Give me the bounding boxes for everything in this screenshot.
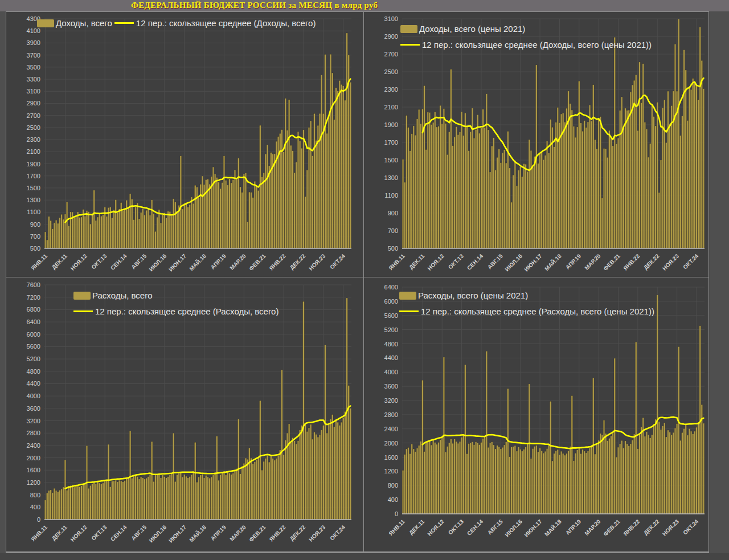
bar: [339, 426, 341, 520]
bar: [489, 172, 490, 248]
bar: [425, 443, 427, 514]
x-axis-label: ОКТ.13: [91, 524, 108, 541]
bar: [657, 102, 658, 248]
bar: [465, 365, 466, 514]
bar: [249, 192, 251, 248]
bar: [415, 452, 416, 514]
bar: [564, 122, 566, 248]
bar: [440, 440, 441, 514]
bar: [330, 419, 331, 520]
bar: [699, 27, 701, 248]
legend-bar-label: Расходы, всего (цены 2021): [418, 290, 528, 301]
bar: [297, 132, 299, 248]
y-axis-label: 3500: [27, 64, 40, 71]
bar: [507, 389, 509, 514]
bar: [626, 444, 628, 514]
bar: [225, 180, 227, 248]
bar: [408, 128, 409, 248]
bar-swatch-icon: [37, 19, 54, 27]
bar: [285, 440, 286, 520]
x-axis-label: ЯНВ.22: [268, 252, 287, 271]
bar: [59, 218, 61, 248]
bar: [306, 170, 308, 248]
bar: [182, 477, 183, 520]
bar: [605, 149, 606, 248]
bar: [312, 439, 314, 520]
bar: [290, 145, 292, 248]
bar: [593, 85, 594, 248]
y-axis-label: 2400: [27, 442, 40, 449]
y-axis-label: 4000: [384, 369, 398, 375]
bar: [658, 422, 660, 514]
bar: [198, 477, 200, 520]
bar: [308, 428, 310, 520]
bar: [603, 420, 604, 514]
bar: [265, 154, 267, 248]
bar: [534, 447, 535, 514]
bar: [598, 118, 599, 248]
bar: [690, 89, 691, 248]
bar: [194, 442, 196, 520]
y-axis-label: 4400: [384, 354, 398, 361]
y-axis-label: 800: [30, 492, 40, 498]
bar: [339, 80, 341, 248]
bar: [101, 216, 103, 248]
bar: [552, 127, 553, 248]
bar: [415, 135, 416, 248]
x-axis-label: МАЙ.18: [188, 524, 208, 543]
bar: [477, 115, 478, 248]
bar: [247, 459, 248, 520]
bar: [342, 418, 344, 520]
x-axis-label: ДЕК.11: [51, 252, 69, 271]
bar: [109, 487, 111, 520]
bar: [641, 103, 642, 248]
bar: [54, 488, 55, 520]
bar: [90, 224, 92, 248]
bar: [507, 131, 509, 248]
bar: [144, 479, 146, 520]
bar: [595, 454, 596, 514]
bar: [461, 437, 462, 514]
bar: [122, 482, 124, 520]
y-axis-label: 3600: [384, 383, 398, 390]
bar: [296, 444, 297, 520]
bar: [562, 453, 563, 514]
bar: [64, 460, 66, 520]
bar: [312, 156, 314, 248]
bar: [112, 218, 113, 248]
bar: [612, 146, 613, 248]
bar: [603, 149, 604, 248]
chart-expense-real: 0400800120016002000240028003200360040004…: [364, 277, 708, 551]
bar: [633, 434, 634, 514]
bar: [245, 173, 247, 248]
bar: [425, 150, 427, 248]
bar: [113, 481, 115, 520]
bar: [671, 435, 672, 514]
bar: [473, 138, 474, 248]
bar: [698, 100, 699, 248]
bar: [209, 184, 211, 248]
bar: [676, 424, 677, 514]
y-axis-label: 5600: [27, 343, 40, 350]
bar: [466, 125, 468, 248]
bar: [664, 423, 665, 514]
bar: [167, 211, 169, 248]
bar: [142, 209, 144, 248]
x-axis-label: ИЮН.17: [523, 252, 543, 272]
bar: [449, 132, 450, 248]
bar: [489, 443, 490, 514]
bar: [101, 484, 103, 520]
bar: [169, 211, 171, 248]
bar: [500, 449, 501, 514]
legend-ma-label: 12 пер.: скользящее среднее (Расходы, вс…: [421, 306, 654, 317]
bar: [409, 151, 411, 248]
bar: [240, 187, 241, 248]
line-swatch-icon: [400, 44, 420, 46]
bar: [468, 151, 469, 248]
bar: [77, 212, 79, 248]
bar: [126, 479, 128, 520]
bar: [207, 477, 209, 520]
bar: [180, 473, 182, 520]
bar: [180, 156, 182, 248]
bar: [409, 453, 411, 514]
